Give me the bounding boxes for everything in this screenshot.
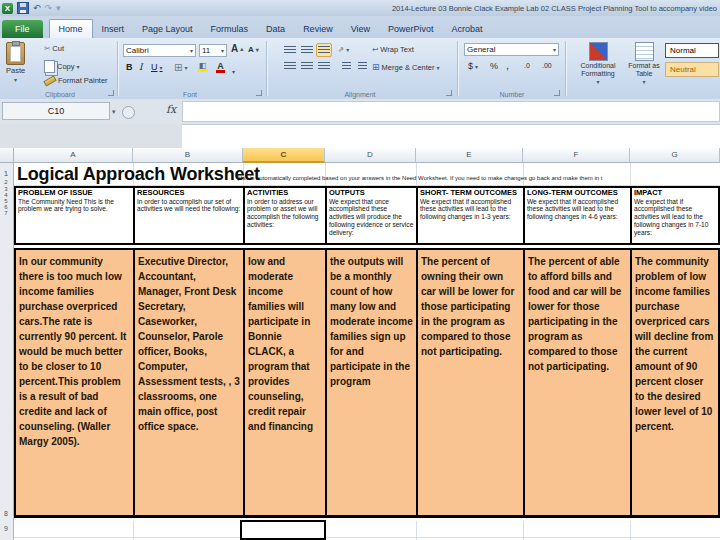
cell-activities-content[interactable]: low and moderate income families will pa… — [243, 248, 325, 515]
shrink-font-button[interactable]: A▾ — [248, 45, 259, 54]
header-desc: We expect that if accomplished these act… — [527, 198, 628, 221]
paste-dropdown-icon[interactable]: ▾ — [14, 76, 17, 83]
header-cell-short-term[interactable]: SHORT- TERM OUTCOMES We expect that if a… — [416, 186, 523, 245]
group-separator — [266, 41, 267, 96]
column-header-e[interactable]: E — [416, 148, 523, 163]
header-cell-problem[interactable]: PROBLEM OF ISSUE The Community Need This… — [14, 186, 133, 245]
number-format-combo[interactable]: General ▾ — [464, 43, 559, 56]
header-cell-long-term[interactable]: LONG-TERM OUTCOMES We expect that if acc… — [523, 186, 630, 245]
cell-style-neutral[interactable]: Neutral — [665, 62, 719, 77]
increase-decimal-button[interactable]: .0 — [524, 62, 530, 69]
copy-button[interactable]: Copy ▾ — [44, 60, 80, 73]
header-cell-resources[interactable]: RESOURCES In order to accomplish our set… — [133, 186, 243, 245]
formula-input[interactable] — [182, 101, 720, 122]
cell-style-normal[interactable]: Normal — [665, 43, 719, 58]
borders-button[interactable]: ⊞▾ — [174, 62, 187, 73]
percent-style-button[interactable]: % — [490, 61, 498, 71]
row-header[interactable]: 9 — [0, 525, 12, 532]
cell-problem-content[interactable]: In our community there is too much low i… — [14, 248, 133, 515]
font-dialog-launcher-icon[interactable] — [256, 90, 262, 96]
fill-color-button[interactable]: ◧ — [198, 61, 207, 72]
tab-view[interactable]: View — [342, 20, 379, 38]
row-header[interactable]: 1 — [0, 169, 12, 178]
align-bottom-button[interactable] — [316, 43, 332, 57]
row-header[interactable]: 7 — [0, 210, 12, 216]
ribbon: Paste ▾ ✂ Cut Copy ▾ Format Painter Clip… — [0, 38, 720, 100]
column-header-b[interactable]: B — [133, 148, 243, 163]
cell-outputs-content[interactable]: the outputs will be a monthly count of h… — [325, 248, 416, 515]
comma-style-button[interactable]: , — [506, 59, 509, 71]
select-all-corner[interactable] — [0, 148, 14, 163]
column-header-a[interactable]: A — [14, 148, 133, 163]
bold-button[interactable]: B — [126, 62, 133, 72]
tab-formulas[interactable]: Formulas — [202, 20, 258, 38]
worksheet-grid[interactable]: 1 2 3 4 5 6 7 8 9 Logical Approach Works… — [0, 163, 720, 540]
active-cell-selection[interactable] — [240, 520, 326, 540]
clipboard-group-label: Clipboard — [20, 91, 100, 98]
align-middle-button[interactable] — [299, 43, 315, 57]
conditional-formatting-button[interactable]: Conditional Formatting ▾ — [572, 42, 624, 85]
align-right-button[interactable] — [316, 59, 332, 73]
cut-button[interactable]: ✂ Cut — [44, 44, 64, 53]
decrease-decimal-button[interactable]: .00 — [542, 62, 552, 69]
header-cell-activities[interactable]: ACTIVITIES In order to address our probl… — [243, 186, 325, 245]
align-left-button[interactable] — [282, 59, 298, 73]
font-color-dropdown-icon[interactable]: ▾ — [232, 68, 235, 75]
column-header-f[interactable]: F — [523, 148, 630, 163]
fx-icon[interactable]: fx — [166, 103, 176, 116]
excel-app-icon[interactable]: X — [2, 3, 13, 14]
format-as-table-button[interactable]: Format as Table ▾ — [627, 42, 661, 85]
italic-button[interactable]: I — [139, 62, 143, 72]
insert-function-button[interactable] — [122, 106, 135, 119]
alignment-dialog-launcher-icon[interactable] — [446, 90, 452, 96]
header-desc: We expect that if accomplished these act… — [420, 198, 521, 221]
tab-powerpivot[interactable]: PowerPivot — [379, 20, 443, 38]
align-bottom-icon — [318, 46, 330, 55]
paste-button[interactable]: Paste ▾ — [6, 42, 25, 83]
cell-short-term-content[interactable]: The percent of owning their own car will… — [416, 248, 523, 515]
cell-resources-content[interactable]: Executive Director, Accountant, Manager,… — [133, 248, 243, 515]
row-header[interactable]: 2 — [0, 179, 12, 185]
orientation-button[interactable]: ⇗▾ — [338, 45, 349, 54]
font-color-button[interactable]: A — [216, 61, 225, 73]
align-top-button[interactable] — [282, 43, 298, 57]
redo-icon[interactable]: ↷ — [45, 3, 53, 13]
column-header-g[interactable]: G — [630, 148, 720, 163]
bold-icon: B — [126, 62, 133, 72]
undo-icon[interactable]: ↶ — [33, 3, 41, 13]
underline-button[interactable]: U▾ — [151, 62, 163, 72]
clipboard-dialog-launcher-icon[interactable] — [108, 90, 114, 96]
merge-center-button[interactable]: ⊞ Merge & Center ▾ — [372, 62, 440, 72]
increase-indent-button[interactable] — [354, 59, 370, 73]
header-cell-impact[interactable]: IMPACT We expect that if accomplished th… — [630, 186, 720, 245]
decrease-indent-button[interactable] — [338, 59, 354, 73]
merge-center-icon: ⊞ — [372, 62, 380, 72]
tab-acrobat[interactable]: Acrobat — [443, 20, 492, 38]
tab-review[interactable]: Review — [294, 20, 342, 38]
tab-file[interactable]: File — [2, 20, 43, 38]
cell-impact-content[interactable]: The community problem of low income fami… — [630, 248, 720, 515]
number-dialog-launcher-icon[interactable] — [554, 90, 560, 96]
tab-insert[interactable]: Insert — [93, 20, 134, 38]
tab-home[interactable]: Home — [49, 19, 93, 38]
wrap-text-button[interactable]: ↩ Wrap Text — [372, 45, 414, 54]
save-icon[interactable] — [17, 2, 29, 14]
excel-window: X ↶ ↷ ▾ 2014-Lecture 03 Bonnie Clack Exa… — [0, 0, 720, 540]
name-box[interactable]: C10 — [2, 102, 110, 120]
name-box-dropdown-icon[interactable]: ▾ — [112, 108, 116, 116]
accounting-format-button[interactable]: $▾ — [468, 61, 478, 71]
row-header[interactable]: 8 — [0, 510, 12, 517]
align-center-button[interactable] — [299, 59, 315, 73]
format-painter-button[interactable]: Format Painter — [44, 76, 108, 85]
font-color-bar — [216, 70, 225, 73]
column-header-d[interactable]: D — [325, 148, 416, 163]
cell-long-term-content[interactable]: The percent of able to afford bills and … — [523, 248, 630, 515]
font-size-combo[interactable]: 11 ▾ — [199, 44, 227, 57]
font-name-combo[interactable]: Calibri ▾ — [123, 44, 196, 57]
copy-label: Copy — [57, 62, 75, 71]
header-cell-outputs[interactable]: OUTPUTS We expect that once accomplished… — [325, 186, 416, 245]
grow-font-button[interactable]: A▴ — [231, 43, 243, 54]
tab-page-layout[interactable]: Page Layout — [133, 20, 202, 38]
tab-data[interactable]: Data — [257, 20, 294, 38]
column-header-c[interactable]: C — [243, 148, 325, 163]
